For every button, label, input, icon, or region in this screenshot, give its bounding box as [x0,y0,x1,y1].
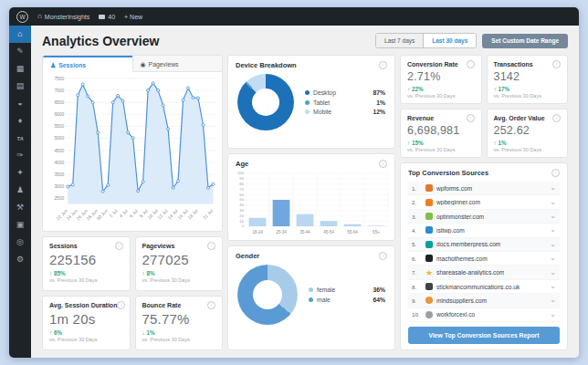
chevron-down-icon[interactable]: ⌄ [550,311,556,318]
sidebar-item-tools[interactable]: ⚒ [9,199,31,216]
set-custom-date-range-button[interactable]: Set Custom Date Range [482,34,568,48]
source-row-workforcexl.co[interactable]: 10.workforcexl.co⌄ [408,308,560,322]
sidebar-item-pages[interactable]: ▤ [9,78,31,95]
chevron-down-icon[interactable]: ⌄ [550,199,556,206]
info-icon[interactable]: i [379,252,387,260]
info-icon[interactable]: i [467,60,475,68]
sidebar-item-plugins[interactable]: ✦ [9,164,31,182]
source-rank: 1. [412,185,422,192]
sources-list: 1.wpforms.com⌄2.wpbeginner.com⌄3.optinmo… [408,182,560,322]
svg-text:80: 80 [239,182,244,186]
stat-compare: vs. Previous 30 Days [494,147,562,152]
comments-link[interactable]: 40 [99,14,115,20]
chevron-down-icon[interactable]: ⌄ [550,213,556,220]
stat-change: ↑ 22% [407,86,475,92]
sessions-chart-card: ♟Sessions◉Pageviews 25003000350040004500… [42,55,223,232]
person-icon: ♟ [50,62,56,68]
legend-dot-icon [305,100,310,105]
sidebar-item-settings[interactable]: ⚙ [9,251,31,268]
source-row-wpbeginner.com[interactable]: 2.wpbeginner.com⌄ [408,195,560,209]
new-content-link[interactable]: + New [124,14,142,20]
source-row-shareasale-analytics.com[interactable]: 7.★shareasale-analytics.com⌄ [408,266,560,279]
svg-text:18 Jul: 18 Jul [187,209,199,221]
sidebar-item-seo[interactable]: ◎ [9,234,31,251]
tab-sessions[interactable]: ♟Sessions [43,56,132,72]
stats-grid-left: Sessionsi225156↑ 85%vs. Previous 30 Days… [42,236,223,350]
device-breakdown-card: Device Breakdown i Desktop87%Tablet1%Mob… [227,55,395,149]
info-icon[interactable]: i [207,301,215,309]
source-rank: 10. [412,311,422,318]
info-icon[interactable]: i [467,114,475,122]
stat-compare: vs. Previous 30 Days [142,337,216,342]
source-row-optinmonster.com[interactable]: 3.optinmonster.com⌄ [408,210,560,224]
wordpress-logo-icon: W [16,11,28,23]
info-icon[interactable]: i [379,160,387,168]
chevron-down-icon[interactable]: ⌄ [550,269,556,276]
sidebar-item-custom-post[interactable]: ♦ [9,112,31,130]
info-icon[interactable]: i [115,242,123,250]
source-rank: 8. [412,284,422,290]
content-header: Analytics Overview Last 7 daysLast 30 da… [31,26,579,55]
chevron-down-icon[interactable]: ⌄ [550,241,556,248]
gender-donut-chart [237,265,298,325]
sidebar-item-users[interactable]: ♟ [9,182,31,199]
content-area: Analytics Overview Last 7 daysLast 30 da… [31,26,579,358]
legend-dot-icon [309,297,313,302]
page-title: Analytics Overview [42,34,159,48]
chevron-down-icon[interactable]: ⌄ [550,226,556,234]
chevron-down-icon[interactable]: ⌄ [550,283,556,290]
source-rank: 2. [412,199,422,205]
donut-hole [252,89,279,116]
legend-dot-icon [309,287,313,292]
sidebar-item-tablepress[interactable]: TA [9,130,31,147]
sidebar-item-media[interactable]: ▦ [9,60,31,78]
device-donut-chart [237,74,294,130]
age-title: Age [236,160,248,168]
source-row-isitwp.com[interactable]: 4.isitwp.com⌄ [408,224,560,237]
source-row-machothemes.com[interactable]: 6.machothemes.com⌄ [408,252,560,266]
source-row-mindsuppliers.com[interactable]: 9.mindsuppliers.com⌄ [408,294,560,308]
source-domain: workforcexl.co [436,311,475,318]
age-card: Age i 010203040506070809010018-2425-3435… [227,153,395,241]
wordpress-menu[interactable]: W [16,11,28,23]
info-icon[interactable]: i [379,61,387,69]
tab-label: Sessions [58,62,86,68]
eye-icon: ◉ [141,61,146,68]
svg-text:21 Jul: 21 Jul [202,209,214,221]
seo-icon: ◎ [16,238,24,246]
info-icon[interactable]: i [551,169,560,177]
stat-change: ↓ 1% [142,329,216,336]
sidebar-item-insights[interactable]: ▣ [9,216,31,234]
legend-item-tablet: Tablet1% [305,99,385,106]
favicon-icon [425,184,433,192]
chevron-down-icon[interactable]: ⌄ [550,255,556,262]
stat-label: Sessions [49,243,78,249]
tab-label: Pageviews [149,61,179,68]
stat-change: ↑ 15% [407,140,475,146]
legend-label: male [317,297,331,303]
info-icon[interactable]: i [552,114,561,122]
range-button-last-30-days[interactable]: Last 30 days [424,34,476,47]
device-donut-wrap: Desktop87%Tablet1%Mobile12% [228,71,394,130]
sidebar-item-comments[interactable]: ◒ [9,95,31,112]
sessions-line-chart: 2500300035004000450050005500600065007000… [45,73,222,231]
sidebar-item-posts[interactable]: ✎ [9,43,31,60]
svg-text:30: 30 [239,208,244,213]
view-report-button[interactable]: View Top Conversion Sources Report [408,327,560,344]
site-link[interactable]: ⌂ MonsterInsights [37,13,89,20]
source-row-stickmancommunications.co.uk[interactable]: 8.stickmancommunications.co.uk⌄ [408,280,560,294]
svg-text:90: 90 [239,176,244,181]
info-icon[interactable]: i [552,60,561,68]
sidebar-item-dashboard[interactable]: ⌂ [9,26,31,43]
sidebar-item-appearance[interactable]: ✑ [9,147,31,164]
legend-value: 12% [373,109,385,115]
source-row-docs.memberpress.com[interactable]: 5.docs.memberpress.com⌄ [408,238,560,252]
column-left: ♟Sessions◉Pageviews 25003000350040004500… [42,55,223,350]
tab-pageviews[interactable]: ◉Pageviews [132,56,223,72]
chevron-down-icon[interactable]: ⌄ [550,297,556,304]
chevron-down-icon[interactable]: ⌄ [550,184,556,192]
range-button-last-7-days[interactable]: Last 7 days [376,34,424,47]
info-icon[interactable]: i [207,242,215,250]
info-icon[interactable]: i [117,301,125,309]
source-row-wpforms.com[interactable]: 1.wpforms.com⌄ [408,182,560,195]
